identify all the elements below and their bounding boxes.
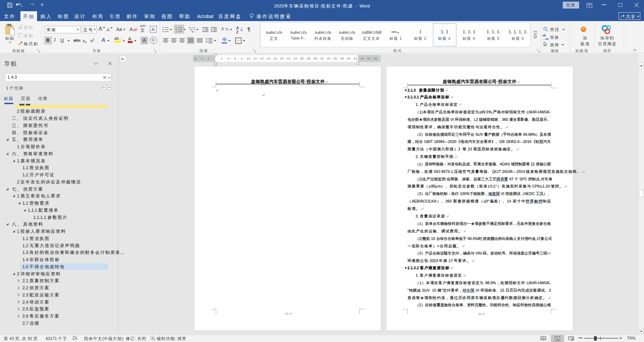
svg-text:3: 3 <box>176 31 177 33</box>
